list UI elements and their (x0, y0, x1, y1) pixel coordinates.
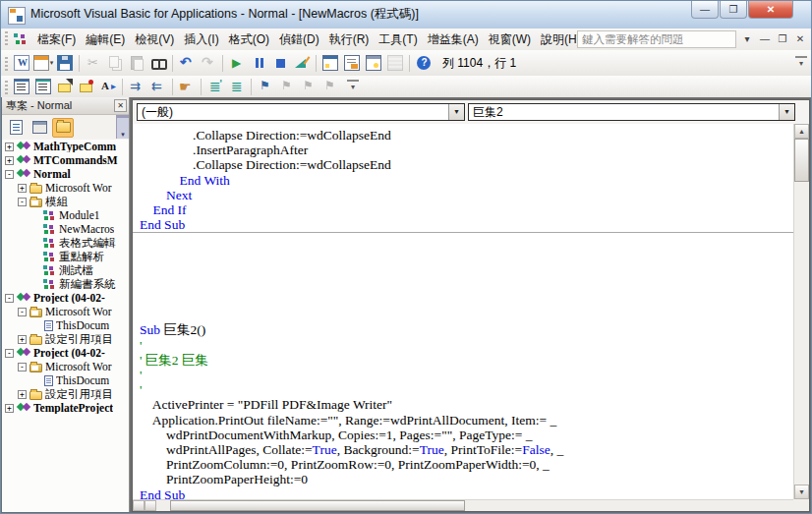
copy-button[interactable] (104, 53, 126, 73)
code-window-icon[interactable] (13, 32, 27, 45)
uncomment-block-button[interactable] (226, 77, 248, 96)
menu-item[interactable]: 編輯(E) (81, 29, 130, 50)
toggle-folders-button[interactable] (52, 118, 74, 138)
find-button[interactable] (147, 53, 169, 73)
tree-expand-toggle[interactable]: - (5, 170, 14, 179)
close-icon[interactable]: ✕ (114, 99, 127, 112)
paste-button[interactable] (126, 53, 147, 73)
object-dropdown[interactable]: (一般) ▼ (137, 103, 465, 121)
tree-item[interactable]: 新編書系統 (2, 277, 129, 291)
indent-button[interactable] (126, 77, 147, 96)
tree-expand-toggle[interactable]: - (18, 363, 27, 371)
list-properties-button[interactable] (11, 77, 32, 96)
menu-item[interactable]: 視窗(W) (484, 29, 536, 50)
view-object-button[interactable] (29, 118, 50, 138)
design-mode-button[interactable] (291, 53, 313, 73)
tree-expand-toggle[interactable]: - (18, 308, 27, 316)
scroll-down-icon[interactable]: ▼ (794, 485, 809, 499)
full-module-view-button[interactable] (145, 500, 156, 511)
menu-item[interactable]: 檔案(F) (32, 29, 81, 50)
dropdown-arrow-icon[interactable]: ▾ (50, 59, 54, 67)
tree-expand-toggle[interactable]: - (18, 198, 27, 206)
tree-item[interactable]: -Project (04-02- (2, 291, 129, 305)
question-help-input[interactable]: 鍵入需要解答的問題 (577, 30, 736, 48)
tree-item[interactable]: +Microsoft Wor (2, 181, 129, 195)
next-bookmark-button[interactable] (276, 77, 298, 96)
tree-expand-toggle[interactable]: - (5, 349, 14, 358)
previous-bookmark-button[interactable] (298, 77, 319, 96)
run-button[interactable] (226, 53, 248, 73)
menu-item[interactable]: 執行(R) (324, 29, 375, 50)
toolbar-grip-handle[interactable] (5, 57, 8, 73)
code-editor[interactable]: .Collapse Direction:=wdCollapseEnd .Inse… (133, 124, 793, 499)
list-constants-button[interactable] (32, 77, 54, 96)
tree-item[interactable]: -模組 (2, 195, 129, 208)
title-bar[interactable]: Microsoft Visual Basic for Applications … (1, 1, 811, 29)
scroll-up-icon[interactable]: ▲ (794, 124, 809, 139)
toggle-breakpoint-button[interactable] (176, 77, 198, 96)
menu-item[interactable]: 插入(I) (179, 29, 223, 50)
project-panel-header[interactable]: 專案 - Normal ✕ (2, 97, 129, 115)
tree-item[interactable]: +MathTypeComm (2, 140, 129, 153)
view-microsoft-word-button[interactable] (11, 53, 32, 73)
help-button[interactable] (413, 53, 435, 73)
tree-item[interactable]: NewMacros (2, 222, 129, 236)
panel-options-chevron-icon[interactable]: ▾ (116, 115, 129, 139)
menu-item[interactable]: 偵錯(D) (274, 29, 324, 50)
redo-button[interactable] (198, 53, 219, 73)
maximize-button[interactable]: ❐ (720, 1, 747, 19)
toolbar-options-chevron-icon[interactable]: ▾ (347, 80, 359, 93)
clear-bookmarks-button[interactable] (319, 77, 341, 96)
tree-expand-toggle[interactable]: + (5, 156, 14, 165)
child-restore-icon[interactable]: ❐ (774, 29, 791, 50)
close-button[interactable]: ✕ (748, 1, 793, 19)
tree-expand-toggle[interactable]: + (5, 404, 14, 413)
tree-item[interactable]: +TemplateProject (2, 401, 129, 415)
quick-info-button[interactable] (54, 77, 76, 96)
tree-item[interactable]: -Microsoft Wor (2, 360, 129, 373)
menu-item[interactable]: 格式(O) (224, 29, 274, 50)
scrollbar-thumb[interactable] (170, 500, 465, 511)
minimize-button[interactable]: — (691, 1, 719, 19)
tree-expand-toggle[interactable]: + (18, 184, 27, 193)
view-code-button[interactable] (5, 118, 27, 138)
toolbox-button[interactable] (384, 53, 406, 73)
procedure-view-button[interactable] (133, 500, 145, 511)
menubar-grip-handle[interactable] (5, 31, 8, 47)
tree-item[interactable]: +設定引用項目 (2, 332, 129, 346)
chevron-down-icon[interactable]: ▼ (779, 104, 794, 120)
tree-item[interactable]: ThisDocum (2, 318, 129, 332)
tree-item[interactable]: -Normal (2, 167, 129, 181)
outdent-button[interactable] (147, 77, 169, 96)
tree-item[interactable]: -Microsoft Wor (2, 305, 129, 318)
break-button[interactable] (248, 53, 269, 73)
reset-button[interactable] (269, 53, 291, 73)
child-minimize-icon[interactable]: — (756, 29, 774, 50)
complete-word-button[interactable] (97, 77, 119, 96)
child-close-icon[interactable]: ✕ (791, 29, 809, 50)
vertical-scrollbar[interactable]: ▲ ▼ (793, 124, 809, 499)
tree-expand-toggle[interactable]: + (18, 390, 27, 399)
tree-item[interactable]: +MTCommandsM (2, 153, 129, 167)
chevron-down-icon[interactable]: ▼ (448, 104, 464, 120)
undo-button[interactable] (176, 53, 198, 73)
toolbar-options-chevron-icon[interactable]: ▾ (795, 56, 807, 70)
tree-expand-toggle[interactable]: + (5, 143, 14, 151)
menu-item[interactable]: 增益集(A) (423, 29, 484, 50)
properties-window-button[interactable] (341, 53, 363, 73)
tree-item[interactable]: ThisDocum (2, 373, 129, 387)
object-browser-button[interactable] (363, 53, 384, 73)
tree-item[interactable]: 測試檔 (2, 263, 129, 277)
tree-item[interactable]: 重點解析 (2, 250, 129, 263)
toggle-bookmark-button[interactable] (255, 77, 276, 96)
question-dropdown-icon[interactable]: ▾ (738, 29, 756, 50)
cut-button[interactable] (83, 53, 104, 73)
procedure-dropdown[interactable]: 巨集2 ▼ (468, 103, 795, 121)
menu-item[interactable]: 檢視(V) (130, 29, 179, 50)
project-explorer-button[interactable] (319, 53, 341, 73)
tree-item[interactable]: +設定引用項目 (2, 387, 129, 401)
menu-item[interactable]: 工具(T) (374, 29, 422, 50)
tree-expand-toggle[interactable]: - (5, 294, 14, 303)
scrollbar-thumb[interactable] (794, 139, 809, 182)
toolbar-grip-handle[interactable] (5, 81, 8, 96)
